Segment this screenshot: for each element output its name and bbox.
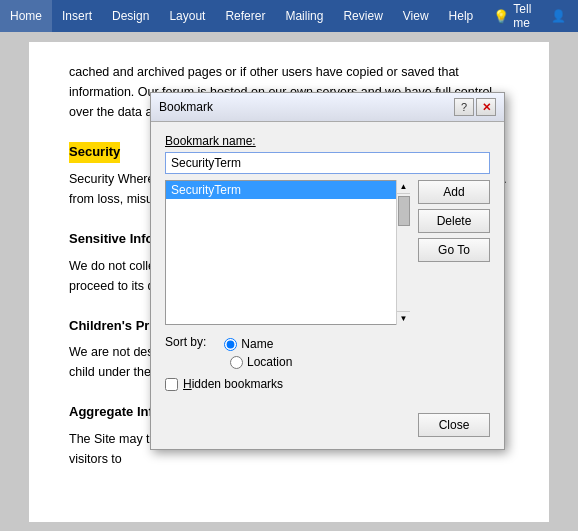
sort-name-radio[interactable] [224, 338, 237, 351]
dialog-close-button[interactable]: ✕ [476, 98, 496, 116]
dialog-help-button[interactable]: ? [454, 98, 474, 116]
dialog-titlebar[interactable]: Bookmark ? ✕ [151, 93, 504, 122]
add-button[interactable]: Add [418, 180, 490, 204]
ribbon-design[interactable]: Design [102, 0, 159, 32]
sort-section: Sort by: Name Location [165, 335, 490, 369]
ribbon-referer[interactable]: Referer [215, 0, 275, 32]
dialog-footer: Close [151, 413, 504, 449]
list-container: SecurityTerm ▲ ▼ Add Delete Go To [165, 180, 490, 325]
bookmark-list[interactable]: SecurityTerm [165, 180, 410, 325]
sort-radio-group: Name [216, 337, 273, 351]
section-heading-security: Security [69, 142, 120, 163]
bookmark-name-input[interactable] [165, 152, 490, 174]
ribbon-help[interactable]: Help [439, 0, 484, 32]
sort-name-option[interactable]: Name [224, 337, 273, 351]
ribbon-mailing[interactable]: Mailing [275, 0, 333, 32]
delete-button[interactable]: Delete [418, 209, 490, 233]
lightbulb-icon [493, 9, 509, 24]
dialog-controls: ? ✕ [454, 98, 496, 116]
sort-name-label: Name [241, 337, 273, 351]
sort-location-option[interactable]: Location [230, 355, 292, 369]
close-button[interactable]: Close [418, 413, 490, 437]
scroll-up-arrow[interactable]: ▲ [397, 180, 410, 194]
ribbon-home[interactable]: Home [0, 0, 52, 32]
scroll-thumb[interactable] [398, 196, 410, 226]
bookmark-name-label: Bookmark name: [165, 134, 490, 148]
sort-location-row: Location [230, 355, 490, 369]
ribbon-right: Tell me 👤 Share [483, 0, 578, 32]
ribbon-layout[interactable]: Layout [159, 0, 215, 32]
tell-me-label: Tell me [513, 2, 531, 30]
ribbon: Home Insert Design Layout Referer Mailin… [0, 0, 578, 32]
share-icon: 👤 [541, 9, 576, 23]
go-to-button[interactable]: Go To [418, 238, 490, 262]
sort-by-label: Sort by: [165, 335, 206, 349]
bookmark-list-wrapper: SecurityTerm ▲ ▼ [165, 180, 410, 325]
tell-me-button[interactable]: Tell me [483, 2, 541, 30]
sort-location-radio[interactable] [230, 356, 243, 369]
sort-location-label: Location [247, 355, 292, 369]
ribbon-view[interactable]: View [393, 0, 439, 32]
list-item[interactable]: SecurityTerm [166, 181, 409, 199]
sort-row: Sort by: Name [165, 335, 490, 353]
action-buttons: Add Delete Go To [418, 180, 490, 325]
ribbon-review[interactable]: Review [333, 0, 392, 32]
bookmark-dialog: Bookmark ? ✕ Bookmark name: SecurityTerm… [150, 92, 505, 450]
checkbox-section: Hidden bookmarks [165, 377, 490, 391]
document-area: cached and archived pages or if other us… [0, 32, 578, 531]
list-scrollbar[interactable]: ▲ ▼ [396, 180, 410, 325]
ribbon-insert[interactable]: Insert [52, 0, 102, 32]
hidden-bookmarks-checkbox-label[interactable]: Hidden bookmarks [165, 377, 490, 391]
dialog-title: Bookmark [159, 100, 213, 114]
hidden-bookmarks-label: Hidden bookmarks [183, 377, 283, 391]
hidden-bookmarks-checkbox[interactable] [165, 378, 178, 391]
scroll-down-arrow[interactable]: ▼ [397, 311, 410, 325]
scroll-track [397, 194, 410, 311]
dialog-body: Bookmark name: SecurityTerm ▲ ▼ [151, 122, 504, 413]
